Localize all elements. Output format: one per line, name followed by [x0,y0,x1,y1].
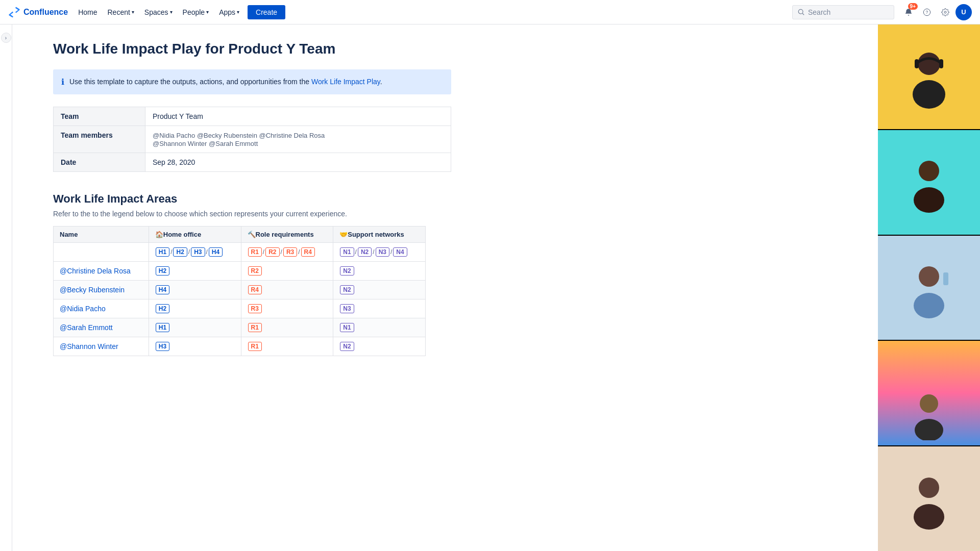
person-1-figure [893,41,965,112]
n-levels: N1/N2/N3/N4 [333,243,426,262]
row-h: H2 [149,299,241,318]
impact-section-heading: Work Life Impact Areas [53,192,837,206]
video-tile-2 [878,130,980,236]
svg-point-4 [944,11,946,13]
row-n: N2 [333,262,426,281]
sidebar-toggle[interactable]: › [0,24,12,551]
search-bar[interactable] [792,5,894,19]
meta-label-team: Team [54,107,145,126]
notification-count: 9+ [908,3,918,10]
nav-people[interactable]: People ▾ [179,6,213,18]
row-r: R1 [241,337,333,356]
h-level-tag: H1 [156,247,169,257]
user-avatar[interactable]: U [955,4,972,20]
meta-row-date: Date Sep 28, 2020 [54,153,451,172]
person-3-figure [898,257,960,318]
h-levels: H1/H2/H3/H4 [149,243,241,262]
n-level-tag: N4 [393,247,407,257]
search-icon [798,9,805,16]
sidebar-expand-button[interactable]: › [1,33,11,43]
search-input[interactable] [808,8,879,16]
help-button[interactable]: ? [919,4,935,20]
row-n: N2 [333,281,426,299]
svg-point-14 [920,394,938,413]
svg-text:?: ? [926,10,928,15]
table-row: @Christine Dela Rosa H2 R2 N2 [54,262,426,281]
meta-value-date: Sep 28, 2020 [145,153,451,172]
chevron-down-icon: ▾ [132,9,134,15]
row-r: R3 [241,299,333,318]
row-name: @Nidia Pacho [54,299,149,318]
r-levels: R1/R2/R3/R4 [241,243,333,262]
svg-point-12 [914,293,944,318]
h-level-tag: H4 [209,247,223,257]
notifications-button[interactable]: 9+ [900,4,917,20]
h-level-tag: H3 [191,247,205,257]
svg-point-6 [913,80,945,109]
svg-point-9 [919,161,939,181]
col-support: 🤝Support networks [333,227,426,243]
nav-home[interactable]: Home [74,6,101,18]
info-icon: ℹ [61,77,64,87]
metadata-table: Team Product Y Team Team members @Nidia … [53,107,451,172]
topnav-icons: 9+ ? U [900,4,972,20]
video-tile-1 [878,24,980,130]
content-area: Work Life Impact Play for Product Y Team… [12,24,878,551]
svg-rect-8 [939,59,943,68]
row-n: N2 [333,337,426,356]
info-text: Use this template to capture the outputs… [69,77,382,87]
person-4-figure [898,389,960,440]
table-levels-row: H1/H2/H3/H4 R1/R2/R3/R4 N1/N2/N3/N4 [54,243,426,262]
r-level-tag: R3 [283,247,297,257]
r-level-tag: R4 [301,247,315,257]
nav-spaces[interactable]: Spaces ▾ [140,6,177,18]
row-h: H1 [149,318,241,337]
r-level-tag: R1 [248,247,262,257]
chevron-down-icon: ▾ [237,9,239,15]
nav-apps[interactable]: Apps ▾ [215,6,243,18]
video-tile-3 [878,236,980,341]
row-name: @Becky Rubenstein [54,281,149,299]
info-link[interactable]: Work Life Impact Play [311,78,380,86]
nav-recent[interactable]: Recent ▾ [103,6,138,18]
svg-point-11 [919,266,939,287]
page-title: Work Life Impact Play for Product Y Team [53,41,837,57]
meta-label-members: Team members [54,126,145,153]
impact-table: Name 🏠Home office 🔨Role requirements 🤝Su… [53,226,426,356]
create-button[interactable]: Create [248,5,285,19]
info-box: ℹ Use this template to capture the outpu… [53,69,451,94]
meta-value-team: Product Y Team [145,107,451,126]
svg-point-5 [918,53,940,75]
n-level-tag: N3 [376,247,389,257]
row-h: H4 [149,281,241,299]
h-level-tag: H2 [173,247,187,257]
settings-button[interactable] [937,4,953,20]
svg-point-0 [798,9,803,14]
topnav: Confluence Home Recent ▾ Spaces ▾ People… [0,0,980,24]
svg-point-16 [919,478,939,498]
table-row: @Sarah Emmott H1 R1 N1 [54,318,426,337]
table-row: @Nidia Pacho H2 R3 N3 [54,299,426,318]
row-name: @Christine Dela Rosa [54,262,149,281]
gear-icon [941,8,949,16]
n-level-tag: N2 [358,247,372,257]
meta-row-team: Team Product Y Team [54,107,451,126]
col-home: 🏠Home office [149,227,241,243]
video-tile-5 [878,446,980,551]
svg-line-1 [802,13,804,15]
meta-row-members: Team members @Nidia Pacho @Becky Rubenst… [54,126,451,153]
person-5-figure [898,468,960,530]
row-n: N1 [333,318,426,337]
row-r: R1 [241,318,333,337]
col-role: 🔨Role requirements [241,227,333,243]
row-h: H2 [149,262,241,281]
svg-rect-13 [943,272,948,285]
confluence-logo[interactable]: Confluence [8,6,68,18]
svg-point-17 [914,504,944,530]
row-r: R2 [241,262,333,281]
svg-point-15 [915,419,943,440]
logo-text: Confluence [23,8,68,17]
impact-section-desc: Refer to the to the legend below to choo… [53,210,837,218]
help-icon: ? [923,8,931,16]
table-row: @Becky Rubenstein H4 R4 N2 [54,281,426,299]
